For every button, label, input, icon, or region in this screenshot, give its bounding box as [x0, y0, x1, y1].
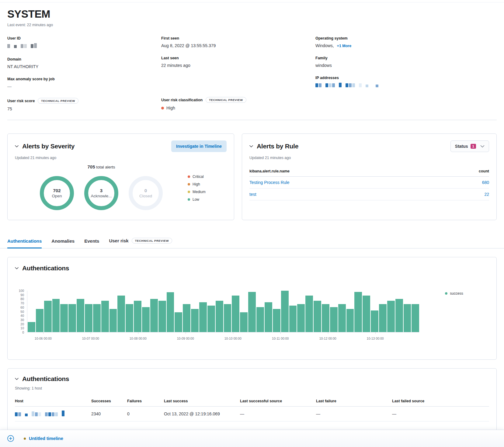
- collapse-chevron-icon[interactable]: [15, 267, 19, 269]
- investigate-in-timeline-button[interactable]: Investigate in Timeline: [171, 140, 227, 152]
- status-filter-button[interactable]: Status 1: [450, 140, 489, 152]
- y-tick-label: 40: [20, 314, 24, 317]
- chart-bar[interactable]: [363, 296, 370, 332]
- chart-bar[interactable]: [330, 307, 338, 332]
- tab-user-risk[interactable]: User risk TECHNICAL PREVIEW: [109, 238, 172, 248]
- chart-bar[interactable]: [314, 301, 321, 332]
- donut-acknowledged-label: Acknowle...: [91, 194, 112, 198]
- add-timeline-button[interactable]: [7, 435, 14, 442]
- chart-bar[interactable]: [265, 302, 272, 332]
- user-risk-class-value: High: [161, 106, 315, 110]
- chart-bar[interactable]: [28, 322, 35, 332]
- circle-plus-icon: [7, 435, 14, 442]
- chart-bar[interactable]: [248, 292, 256, 332]
- chart-bar[interactable]: [191, 309, 199, 332]
- collapse-chevron-icon[interactable]: [15, 145, 19, 147]
- chart-bar[interactable]: [207, 306, 215, 332]
- last-event-text: Last event: 22 minutes ago: [7, 23, 497, 27]
- chart-bar[interactable]: [354, 292, 362, 332]
- chart-bar[interactable]: [134, 301, 141, 332]
- rule-count-link[interactable]: 680: [482, 180, 489, 185]
- chart-bar[interactable]: [305, 296, 313, 332]
- overview-section: User ID Domain NT AUTHORITY Max anomaly …: [7, 36, 497, 119]
- collapse-chevron-icon[interactable]: [249, 145, 253, 147]
- technical-preview-badge: TECHNICAL PREVIEW: [132, 238, 172, 244]
- chart-bar[interactable]: [240, 312, 248, 332]
- user-id-label: User ID: [7, 36, 161, 40]
- chart-bar[interactable]: [289, 306, 297, 332]
- chart-bar[interactable]: [395, 299, 403, 332]
- chart-bar[interactable]: [199, 302, 207, 332]
- donut-closed[interactable]: 0 Closed: [129, 176, 163, 210]
- chart-bar[interactable]: [68, 304, 76, 332]
- low-dot-icon: [188, 198, 190, 201]
- legend-item-medium[interactable]: Medium: [188, 190, 227, 194]
- donut-acknowledged[interactable]: 3 Acknowle...: [84, 176, 118, 210]
- donut-open-label: Open: [52, 194, 62, 198]
- y-tick-label: 70: [20, 301, 24, 305]
- legend-label: Low: [193, 197, 199, 202]
- chart-bar[interactable]: [224, 304, 231, 332]
- chart-bar[interactable]: [387, 301, 395, 332]
- chart-bar[interactable]: [175, 312, 182, 332]
- chart-bar[interactable]: [232, 296, 239, 332]
- chart-bar[interactable]: [404, 304, 411, 332]
- tab-anomalies[interactable]: Anomalies: [51, 238, 75, 248]
- chart-bar[interactable]: [52, 299, 60, 332]
- legend-item-critical[interactable]: Critical: [188, 175, 227, 179]
- rule-name-link[interactable]: Testing Process Rule: [249, 180, 290, 185]
- chart-bar[interactable]: [346, 309, 354, 332]
- severity-updated-text: Updated 21 minutes ago: [15, 156, 227, 160]
- chart-bar[interactable]: [322, 304, 329, 332]
- donut-open[interactable]: 702 Open: [40, 176, 74, 210]
- chart-bar[interactable]: [371, 310, 378, 332]
- legend-item-success[interactable]: success: [445, 291, 463, 296]
- collapse-chevron-icon[interactable]: [15, 378, 19, 380]
- chart-bar[interactable]: [126, 304, 133, 332]
- chart-bar[interactable]: [77, 299, 84, 332]
- timeline-title-link[interactable]: Untitled timeline: [29, 436, 63, 441]
- authentications-chart-title: Authentications: [22, 265, 69, 272]
- chart-bar[interactable]: [44, 301, 52, 332]
- legend-item-low[interactable]: Low: [188, 197, 227, 202]
- chart-bar[interactable]: [167, 292, 174, 332]
- tab-events[interactable]: Events: [84, 238, 99, 248]
- last-seen-label: Last seen: [161, 56, 315, 60]
- y-tick-label: 20: [20, 322, 24, 326]
- chart-bar[interactable]: [183, 304, 190, 332]
- chart-bar[interactable]: [297, 304, 305, 332]
- tab-authentications[interactable]: Authentications: [7, 238, 42, 248]
- chart-bar[interactable]: [85, 304, 92, 332]
- chart-bar[interactable]: [256, 307, 264, 332]
- last-success-value: Oct 13, 2022 @ 12:19:16.069: [164, 407, 240, 421]
- x-tick-label: 10-13 00:00: [367, 337, 384, 340]
- y-tick-label: 50: [20, 310, 24, 314]
- showing-text: Showing: 1 host: [15, 386, 489, 390]
- chart-bar[interactable]: [101, 301, 109, 332]
- chart-bar[interactable]: [158, 301, 166, 332]
- chart-bar[interactable]: [117, 296, 125, 332]
- chart-bar[interactable]: [142, 307, 150, 332]
- chart-bar[interactable]: [338, 304, 346, 332]
- overview-divider: [7, 120, 497, 120]
- os-more-link[interactable]: +1 More: [337, 44, 352, 48]
- chart-bar[interactable]: [109, 309, 117, 332]
- last-seen-value: 22 minutes ago: [161, 63, 315, 68]
- chart-bar[interactable]: [281, 291, 289, 332]
- domain-label: Domain: [7, 57, 161, 61]
- chart-bar[interactable]: [216, 301, 223, 332]
- chart-bar[interactable]: [93, 304, 101, 332]
- tab-label: Authentications: [7, 238, 42, 244]
- user-risk-class-label-text: User risk classification: [161, 98, 203, 102]
- rule-count-link[interactable]: 22: [484, 192, 489, 197]
- chart-bar[interactable]: [273, 309, 280, 332]
- alerts-by-severity-panel: Alerts by Severity Investigate in Timeli…: [7, 133, 234, 220]
- chart-bar[interactable]: [60, 304, 68, 332]
- chart-bar[interactable]: [379, 304, 387, 332]
- chart-bar[interactable]: [412, 304, 419, 332]
- chart-y-axis: 0102030405060708090100: [15, 291, 27, 332]
- rule-name-link[interactable]: test: [249, 192, 256, 197]
- chart-bar[interactable]: [150, 299, 158, 332]
- chart-bar[interactable]: [36, 309, 43, 332]
- legend-item-high[interactable]: High: [188, 182, 227, 186]
